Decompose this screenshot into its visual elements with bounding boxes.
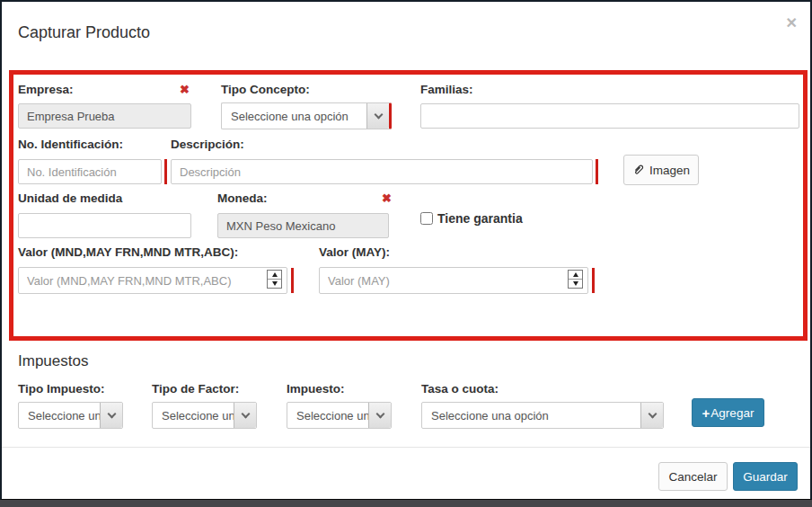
valor-may-required-bar <box>592 268 595 293</box>
impuesto-label: Impuesto: <box>287 382 345 396</box>
valor-mnd-input[interactable] <box>18 267 287 294</box>
tipo-concepto-select[interactable]: Seleccione una opción <box>221 102 392 129</box>
agregar-button[interactable]: + Agregar <box>692 398 764 427</box>
tipo-impuesto-selected: Seleccione una <box>28 409 108 422</box>
empresa-required-icon: ✖ <box>180 83 190 96</box>
no-identificacion-required-bar <box>164 159 167 184</box>
chevron-down-icon <box>366 103 389 129</box>
tipo-factor-select[interactable]: Seleccione una <box>152 402 257 429</box>
moneda-required-icon: ✖ <box>382 191 392 205</box>
stepper-up-icon[interactable] <box>268 271 281 279</box>
cancel-button[interactable]: Cancelar <box>658 462 728 491</box>
tiene-garantia-label[interactable]: Tiene garantia <box>437 211 523 226</box>
descripcion-label: Descripción: <box>171 138 244 151</box>
paperclip-icon <box>632 164 645 176</box>
tasa-cuota-select[interactable]: Seleccione una opción <box>421 402 664 429</box>
chevron-down-icon <box>368 403 391 428</box>
impuesto-select[interactable]: Seleccione una <box>287 402 392 429</box>
valor-mnd-stepper[interactable] <box>267 270 282 289</box>
unidad-medida-label: Unidad de medida <box>18 191 122 205</box>
impuesto-selected: Seleccione una <box>296 409 376 422</box>
valor-may-stepper[interactable] <box>568 270 583 289</box>
familias-label: Familias: <box>420 83 473 96</box>
tipo-factor-selected: Seleccione una <box>162 409 242 422</box>
impuestos-heading: Impuestos <box>18 352 88 370</box>
familias-input[interactable] <box>420 103 799 129</box>
descripcion-required-bar <box>596 159 598 184</box>
valor-may-label: Valor (MAY): <box>319 245 390 259</box>
chevron-down-icon <box>234 403 256 428</box>
no-identificacion-input[interactable] <box>18 159 162 184</box>
valor-may-input[interactable] <box>319 267 588 294</box>
empresa-input[interactable] <box>18 103 191 129</box>
empresa-label: Empresa: <box>18 83 74 96</box>
footer-divider <box>2 447 810 448</box>
no-identificacion-label: No. Identificación: <box>18 138 123 151</box>
chevron-down-icon <box>640 403 663 428</box>
tasa-cuota-selected: Seleccione una opción <box>431 409 549 422</box>
plus-icon: + <box>702 405 710 421</box>
tiene-garantia-checkbox[interactable] <box>420 212 433 225</box>
chevron-down-icon <box>100 403 122 428</box>
valor-mnd-label: Valor (MND,MAY FRN,MND MTR,ABC): <box>18 245 238 259</box>
tasa-cuota-label: Tasa o cuota: <box>421 382 499 396</box>
tipo-impuesto-select[interactable]: Seleccione una <box>18 402 123 429</box>
stepper-down-icon[interactable] <box>268 279 281 288</box>
tipo-concepto-selected: Seleccione una opción <box>231 110 349 123</box>
tipo-factor-label: Tipo de Factor: <box>152 382 239 396</box>
imagen-button-label: Imagen <box>649 164 690 177</box>
moneda-input[interactable] <box>217 213 389 238</box>
tipo-impuesto-label: Tipo Impuesto: <box>18 382 105 396</box>
agregar-button-label: Agregar <box>710 406 754 420</box>
close-icon[interactable]: ✕ <box>786 16 798 31</box>
moneda-label: Moneda: <box>217 191 268 205</box>
valor-mnd-required-bar <box>291 268 294 293</box>
stepper-up-icon[interactable] <box>569 271 582 279</box>
capturar-producto-modal: Capturar Producto ✕ Empresa: ✖ Tipo Conc… <box>0 0 812 500</box>
stepper-down-icon[interactable] <box>569 279 582 288</box>
descripcion-input[interactable] <box>171 159 593 184</box>
tipo-concepto-label: Tipo Concepto: <box>221 83 310 96</box>
unidad-medida-input[interactable] <box>18 213 191 238</box>
imagen-button[interactable]: Imagen <box>623 155 699 185</box>
save-button[interactable]: Guardar <box>733 462 798 491</box>
page-title: Capturar Producto <box>18 23 150 42</box>
